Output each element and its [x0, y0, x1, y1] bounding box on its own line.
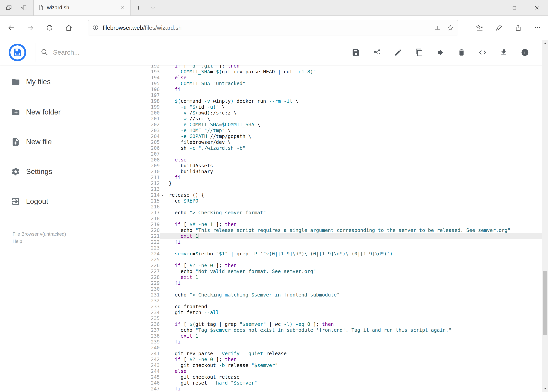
code-line-197[interactable]: 197: [126, 92, 548, 98]
code-line-208[interactable]: 208 else: [126, 157, 548, 163]
more-options-icon[interactable]: [528, 18, 547, 37]
close-button[interactable]: [526, 0, 548, 15]
code-line-224[interactable]: 224 semver=$(echo "$1" | grep -P '^v(0|[…: [126, 251, 548, 257]
code-line-219[interactable]: 219 if [ $# -ne 1 ]; then: [126, 222, 548, 227]
search-box[interactable]: [35, 43, 231, 62]
code-line-229[interactable]: 229 fi: [126, 280, 548, 286]
code-line-210[interactable]: 210 buildBinary: [126, 169, 548, 175]
scroll-down-arrow-icon[interactable]: [542, 385, 548, 392]
minimize-button[interactable]: [480, 0, 503, 15]
code-line-209[interactable]: 209 buildAssets: [126, 163, 548, 169]
code-line-225[interactable]: 225: [126, 257, 548, 263]
code-line-241[interactable]: 241 git rev-parse --verify --quiet relea…: [126, 351, 548, 357]
code-line-196[interactable]: 196 fi: [126, 86, 548, 92]
code-line-214[interactable]: 214▾release () {: [126, 192, 548, 198]
edit-button[interactable]: [394, 48, 402, 57]
code-line-198[interactable]: 198 $(command -v winpty) docker run --rm…: [126, 98, 548, 104]
download-button[interactable]: [499, 48, 508, 57]
code-line-211[interactable]: 211 fi: [126, 175, 548, 181]
code-line-223[interactable]: 223: [126, 245, 548, 251]
set-tabs-aside-icon[interactable]: [16, 0, 31, 15]
move-button[interactable]: [436, 48, 445, 57]
sidebar-item-logout[interactable]: Logout: [0, 192, 126, 211]
info-button[interactable]: [520, 48, 529, 57]
code-line-231[interactable]: 231 echo "> Checking matching $semver in…: [126, 292, 548, 298]
code-line-215[interactable]: 215 cd $REPO: [126, 198, 548, 204]
code-line-234[interactable]: 234 git fetch --all: [126, 310, 548, 315]
code-editor[interactable]: 192 if [ -d ".git" ]; then193 COMMIT_SHA…: [126, 65, 548, 392]
code-line-244[interactable]: 244 else: [126, 368, 548, 374]
code-line-228[interactable]: 228 exit 1: [126, 274, 548, 280]
code-line-200[interactable]: 200 -v /$(pwd):/src:z \: [126, 110, 548, 116]
new-tab-button[interactable]: [132, 0, 145, 15]
code-line-216[interactable]: 216: [126, 204, 548, 210]
web-note-pen-icon[interactable]: [489, 18, 508, 37]
maximize-button[interactable]: [503, 0, 526, 15]
help-link[interactable]: Help: [13, 238, 66, 245]
code-line-243[interactable]: 243 git checkout -b release "$semver": [126, 363, 548, 368]
code-line-220[interactable]: 220 echo "This release script requires a…: [126, 227, 548, 233]
forward-button[interactable]: [21, 18, 40, 37]
code-line-236[interactable]: 236 if [ $(git tag | grep "$semver" | wc…: [126, 321, 548, 327]
code-line-204[interactable]: 204 -e GOPATH=//tmp/gopath \: [126, 133, 548, 139]
code-line-221[interactable]: 221 exit 1: [126, 233, 548, 239]
code-line-239[interactable]: 239 fi: [126, 339, 548, 345]
code-line-212[interactable]: 212}: [126, 181, 548, 186]
favorite-star-icon[interactable]: [447, 24, 454, 31]
scroll-up-arrow-icon[interactable]: [542, 40, 548, 47]
refresh-button[interactable]: [40, 18, 59, 37]
code-line-245[interactable]: 245 git checkout release: [126, 374, 548, 380]
code-line-199[interactable]: 199 -u "$(id -u)" \: [126, 104, 548, 110]
tab-list-chevron-icon[interactable]: [146, 0, 160, 15]
vertical-scrollbar[interactable]: [542, 40, 548, 392]
sidebar-item-new-folder[interactable]: New folder: [0, 102, 126, 122]
code-line-230[interactable]: 230: [126, 286, 548, 292]
code-line-218[interactable]: 218: [126, 216, 548, 222]
sidebar-item-my-files[interactable]: My files: [0, 72, 126, 91]
site-info-icon[interactable]: [92, 24, 99, 32]
code-line-226[interactable]: 226 if [ $? -ne 0 ]; then: [126, 263, 548, 268]
code-line-227[interactable]: 227 echo "Not valid semver format. See s…: [126, 268, 548, 274]
code-line-193[interactable]: 193 COMMIT_SHA="$(git rev-parse HEAD | c…: [126, 69, 548, 75]
search-input[interactable]: [53, 49, 226, 56]
delete-button[interactable]: [457, 48, 466, 57]
code-line-192[interactable]: 192 if [ -d ".git" ]; then: [126, 65, 548, 69]
code-line-217[interactable]: 217 echo "> Checking semver format": [126, 210, 548, 216]
code-line-202[interactable]: 202 -e COMMIT_SHA=$COMMIT_SHA \: [126, 122, 548, 128]
code-line-205[interactable]: 205 filebrowser/dev \: [126, 139, 548, 145]
back-button[interactable]: [1, 18, 21, 37]
reading-view-icon[interactable]: [434, 24, 441, 31]
code-line-233[interactable]: 233 cd frontend: [126, 304, 548, 310]
share-page-icon[interactable]: [508, 18, 528, 37]
code-line-201[interactable]: 201 -w //src \: [126, 116, 548, 122]
code-line-222[interactable]: 222 fi: [126, 239, 548, 245]
share-button[interactable]: [373, 48, 381, 57]
code-line-238[interactable]: 238 exit 1: [126, 333, 548, 339]
tab-preview-icon[interactable]: [1, 0, 16, 15]
browser-tab[interactable]: wizard.sh: [34, 0, 131, 15]
sidebar-item-new-file[interactable]: New file: [0, 132, 126, 152]
copy-button[interactable]: [415, 48, 423, 57]
url-text[interactable]: filebrowser.web/files/wizard.sh: [103, 24, 428, 31]
code-line-213[interactable]: 213: [126, 186, 548, 192]
code-line-207[interactable]: 207: [126, 151, 548, 157]
code-line-247[interactable]: 247 fi: [126, 386, 548, 392]
code-line-242[interactable]: 242 if [ $? -ne 0 ]; then: [126, 357, 548, 363]
code-line-206[interactable]: 206 sh -c "./wizard.sh -b": [126, 145, 548, 151]
code-line-237[interactable]: 237 echo "Tag $semver does not exist in …: [126, 327, 548, 333]
code-line-194[interactable]: 194 else: [126, 75, 548, 81]
filebrowser-logo[interactable]: [8, 43, 26, 62]
code-line-203[interactable]: 203 -e HOME="//tmp" \: [126, 128, 548, 133]
save-button[interactable]: [352, 48, 360, 57]
code-line-195[interactable]: 195 COMMIT_SHA="untracked": [126, 81, 548, 86]
tab-close-icon[interactable]: [118, 4, 127, 12]
sidebar-item-settings[interactable]: Settings: [0, 162, 126, 182]
code-line-232[interactable]: 232: [126, 298, 548, 304]
home-button[interactable]: [59, 18, 78, 37]
code-line-235[interactable]: 235: [126, 315, 548, 321]
scrollbar-thumb[interactable]: [543, 271, 548, 335]
code-view-button[interactable]: [478, 48, 487, 57]
address-bar[interactable]: filebrowser.web/files/wizard.sh: [88, 20, 458, 35]
code-line-246[interactable]: 246 git reset --hard "$semver": [126, 380, 548, 386]
hub-favorites-icon[interactable]: [470, 18, 489, 37]
